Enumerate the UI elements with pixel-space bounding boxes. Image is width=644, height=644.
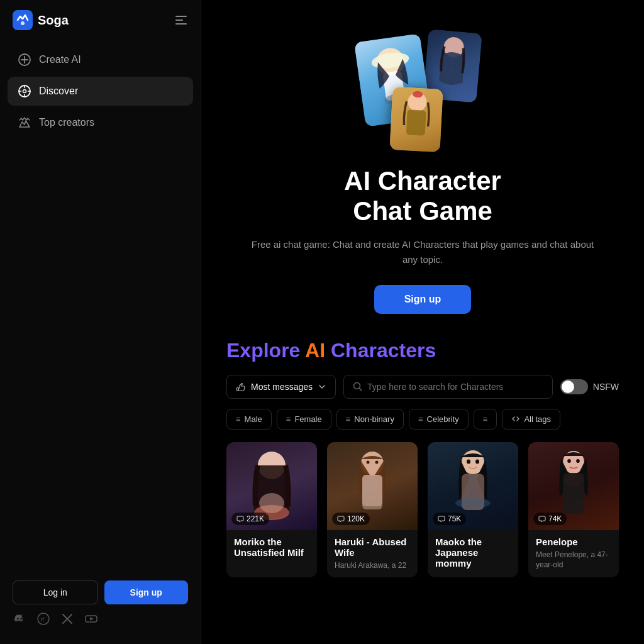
svg-point-9 <box>23 90 26 93</box>
login-button[interactable]: Log in <box>13 580 98 604</box>
main-content: AI Character Chat Game Free ai chat game… <box>201 0 644 644</box>
toggle-sidebar-icon <box>174 13 188 27</box>
sidebar-item-top-creators[interactable]: Top creators <box>8 108 193 137</box>
svg-rect-3 <box>175 19 183 21</box>
svg-point-36 <box>375 461 379 464</box>
hero-section: AI Character Chat Game Free ai chat game… <box>201 0 644 326</box>
tag-icon-male: ≡ <box>236 414 241 424</box>
tag-button-celebrity[interactable]: ≡ Celebrity <box>409 409 469 430</box>
character-card-2[interactable]: 120K Haruki - Abused Wife Haruki Arakawa… <box>327 442 418 577</box>
sidebar-nav: Create AI Discover <box>0 40 201 570</box>
characters-grid: 221K Moriko the Unsatisfied Milf <box>226 442 619 577</box>
sidebar-item-create-ai[interactable]: Create AI <box>8 45 193 74</box>
nsfw-toggle-switch[interactable] <box>560 379 588 394</box>
character-4-msg-count: 74K <box>533 513 567 525</box>
tag-label-male: Male <box>245 414 262 424</box>
character-2-info: Haruki - Abused Wife Haruki Arakawa, a 2… <box>327 530 418 577</box>
tag-label-celebrity: Celebrity <box>427 414 459 424</box>
hero-title: AI Character Chat Game <box>344 166 501 227</box>
filter-row: Most messages NSFW <box>226 375 619 399</box>
character-1-name: Moriko the Unsatisfied Milf <box>234 536 309 558</box>
reddit-icon[interactable]: r/ <box>36 612 50 629</box>
message-icon <box>236 515 244 523</box>
top-creators-icon <box>18 116 31 130</box>
youtube-icon[interactable] <box>84 612 98 629</box>
sidebar-item-discover[interactable]: Discover <box>8 77 193 106</box>
signup-button-hero[interactable]: Sign up <box>374 285 472 314</box>
character-1-msg-count: 221K <box>231 513 269 525</box>
character-card-3-image: 75K <box>428 442 518 530</box>
tag-icon-more: ≡ <box>483 414 488 424</box>
sidebar-toggle-button[interactable] <box>174 13 188 27</box>
all-tags-button[interactable]: All tags <box>502 409 560 430</box>
svg-rect-34 <box>362 475 382 509</box>
tag-button-female[interactable]: ≡ Female <box>277 409 331 430</box>
svg-point-44 <box>565 474 582 486</box>
explore-section: Explore AI Characters Most messages <box>201 326 644 590</box>
tag-icon-non-binary: ≡ <box>346 414 351 424</box>
search-input[interactable] <box>367 382 543 392</box>
nsfw-toggle-area: NSFW <box>560 379 619 394</box>
svg-point-46 <box>576 459 580 463</box>
character-card-3[interactable]: 75K Maoko the Japanese mommy <box>428 442 518 577</box>
character-4-name: Penelope <box>536 536 611 547</box>
explore-title-explore: Explore <box>226 339 305 362</box>
all-tags-label: All tags <box>524 414 551 424</box>
tag-icon-female: ≡ <box>286 414 291 424</box>
create-ai-icon <box>18 53 31 67</box>
svg-point-40 <box>467 460 470 464</box>
discord-icon[interactable] <box>13 612 26 629</box>
svg-point-45 <box>567 459 571 463</box>
sort-dropdown[interactable]: Most messages <box>226 375 336 399</box>
svg-line-28 <box>360 389 362 391</box>
tag-row: ≡ Male ≡ Female ≡ Non-binary ≡ Celebrity… <box>226 409 619 430</box>
character-card-1[interactable]: 221K Moriko the Unsatisfied Milf <box>226 442 317 577</box>
character-3-info: Maoko the Japanese mommy <box>428 530 518 577</box>
auth-buttons: Log in Sign up <box>13 580 188 604</box>
thumbs-up-icon <box>236 382 246 392</box>
tag-button-non-binary[interactable]: ≡ Non-binary <box>336 409 404 430</box>
soga-logo-icon <box>13 10 33 30</box>
svg-marker-17 <box>90 618 94 621</box>
svg-point-31 <box>259 493 284 513</box>
nsfw-label: NSFW <box>593 382 619 392</box>
search-icon <box>353 382 362 391</box>
svg-point-41 <box>475 460 479 464</box>
tag-button-more[interactable]: ≡ <box>474 409 497 430</box>
app-name: Soga <box>38 13 69 28</box>
character-2-msg-count: 120K <box>332 513 370 525</box>
svg-rect-0 <box>13 10 33 30</box>
toggle-knob <box>562 380 574 393</box>
search-box[interactable] <box>343 375 553 399</box>
svg-rect-2 <box>175 16 187 17</box>
sidebar-item-label-discover: Discover <box>39 86 78 97</box>
character-card-4-image: 74K <box>528 442 619 530</box>
sidebar-header: Soga <box>0 0 201 40</box>
hero-subtitle: Free ai chat game: Chat and create AI Ch… <box>247 237 599 267</box>
svg-point-39 <box>455 498 491 508</box>
explore-title-characters: Characters <box>325 339 436 362</box>
sidebar-footer: Log in Sign up r/ <box>0 570 201 644</box>
sidebar-item-label-create-ai: Create AI <box>39 54 81 65</box>
hero-images <box>353 25 492 151</box>
social-links: r/ <box>13 612 188 629</box>
svg-text:r/: r/ <box>41 616 45 623</box>
character-card-2-image: 120K <box>327 442 418 530</box>
twitter-icon[interactable] <box>60 612 74 629</box>
message-icon-4 <box>538 515 546 523</box>
character-3-msg-count: 75K <box>433 513 466 525</box>
hero-card-3 <box>389 87 443 152</box>
message-icon-2 <box>337 515 345 523</box>
tag-label-non-binary: Non-binary <box>354 414 394 424</box>
character-card-1-image: 221K <box>226 442 317 530</box>
logo-area: Soga <box>13 10 69 30</box>
character-2-name: Haruki - Abused Wife <box>335 536 410 558</box>
sidebar-item-label-top-creators: Top creators <box>39 117 94 128</box>
signup-button-sidebar[interactable]: Sign up <box>104 580 189 604</box>
character-2-desc: Haruki Arakawa, a 22 <box>335 560 410 571</box>
character-card-4[interactable]: 74K Penelope Meet Penelope, a 47-year-ol… <box>528 442 619 577</box>
tag-button-male[interactable]: ≡ Male <box>226 409 272 430</box>
svg-rect-4 <box>175 23 187 25</box>
svg-rect-26 <box>237 387 239 391</box>
character-4-desc: Meet Penelope, a 47-year-old <box>536 550 611 571</box>
